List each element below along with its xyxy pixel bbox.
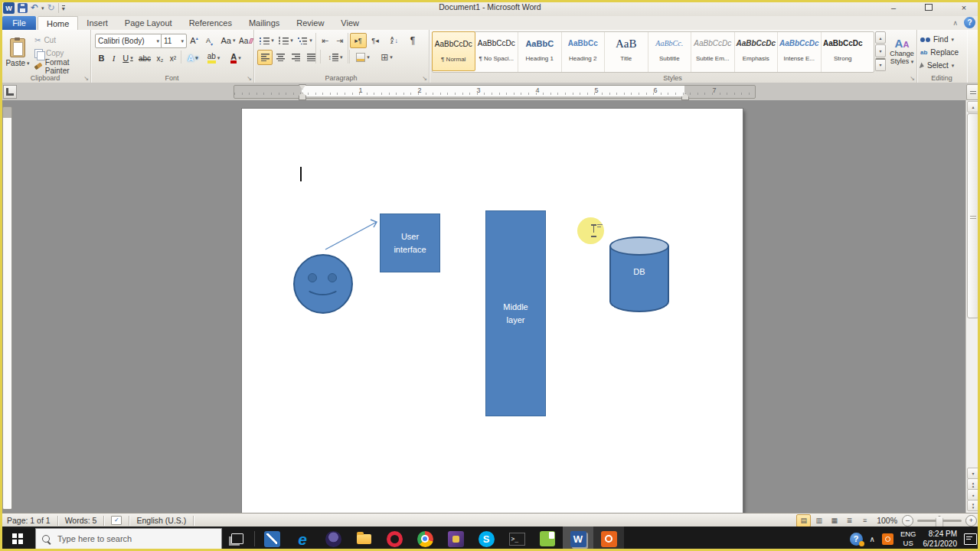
cut-button[interactable]: ✂ Cut (34, 34, 56, 46)
shading-button[interactable]: ▾ (352, 50, 374, 65)
numbering-button[interactable]: ▾ (276, 33, 296, 48)
bullets-button[interactable]: ▾ (257, 33, 276, 48)
text-effects-button[interactable]: A▾ (184, 51, 202, 66)
strikethrough-button[interactable]: abc (136, 51, 153, 66)
zoom-in-button[interactable]: + (965, 515, 977, 527)
minimize-button[interactable]: – (884, 2, 903, 13)
start-button[interactable] (0, 527, 35, 551)
user-interface-shape[interactable]: User interface (380, 214, 440, 272)
tray-clock[interactable]: 8:24 PM6/21/2020 (923, 529, 958, 549)
style-normal[interactable]: AaBbCcDc¶ Normal (432, 31, 475, 71)
tray-help-icon[interactable]: ? (850, 533, 863, 546)
style-no-spacing[interactable]: AaBbCcDc¶ No Spaci... (475, 32, 519, 72)
search-input[interactable] (56, 533, 204, 544)
collapse-ribbon-icon[interactable]: ∧ (952, 19, 958, 27)
next-page-button[interactable]: ▾▾ (967, 500, 979, 511)
smiley-face-shape[interactable] (293, 254, 353, 314)
outline-view-button[interactable]: ≣ (842, 514, 857, 527)
change-case-button[interactable]: Aa▾ (218, 33, 238, 48)
paste-button[interactable]: Paste▾ (2, 32, 33, 73)
select-button[interactable]: Select ▾ (920, 60, 954, 71)
subscript-button[interactable]: x₂ (153, 51, 167, 66)
left-to-right-button[interactable]: ▸¶ (350, 33, 367, 48)
line-spacing-button[interactable]: ↕▾ (323, 50, 348, 65)
taskbar-item-edge[interactable]: e (287, 527, 318, 551)
style-intense-emphasis[interactable]: AaBbCcDcIntense E... (778, 32, 822, 72)
zoom-slider-thumb[interactable] (936, 516, 944, 527)
align-right-button[interactable] (288, 50, 303, 65)
style-heading-1[interactable]: AaBbCHeading 1 (518, 32, 562, 72)
tab-view[interactable]: View (332, 16, 368, 30)
superscript-button[interactable]: x² (166, 51, 180, 66)
font-color-button[interactable]: A▾ (225, 51, 247, 66)
middle-layer-shape[interactable]: Middle layer (485, 210, 546, 416)
taskbar-item-notepad[interactable] (532, 527, 563, 551)
font-size-combo[interactable]: 11▾ (161, 34, 187, 48)
tab-page-layout[interactable]: Page Layout (116, 16, 181, 30)
taskbar-item-terminal[interactable]: >_ (501, 527, 532, 551)
style-subtle-emphasis[interactable]: AaBbCcDcSubtle Em... (691, 32, 735, 72)
replace-button[interactable]: ab Replace (920, 47, 959, 58)
tab-review[interactable]: Review (288, 16, 332, 30)
taskbar-item-eclipse[interactable] (318, 527, 348, 551)
tab-file[interactable]: File (2, 16, 36, 30)
change-styles-button[interactable]: AA ChangeStyles ▾ (888, 31, 916, 73)
view-ruler-toggle-button[interactable] (966, 84, 979, 100)
style-subtitle[interactable]: AaBbCc.Subtitle (648, 32, 692, 72)
tab-stop-selector[interactable] (3, 85, 17, 99)
word-count-status[interactable]: Words: 5 (58, 514, 104, 527)
taskbar-item-drawing-tool[interactable] (256, 527, 287, 551)
zoom-out-button[interactable]: – (902, 515, 913, 527)
taskbar-item-screen-recorder[interactable] (593, 527, 624, 551)
find-button[interactable]: Find ▾ (920, 34, 954, 45)
restore-button[interactable] (919, 2, 939, 13)
web-layout-view-button[interactable]: ▦ (827, 514, 841, 527)
grow-font-button[interactable]: A▴ (187, 33, 201, 48)
multilevel-list-button[interactable]: ▾ (296, 33, 315, 48)
scroll-down-button[interactable]: ▾ (967, 468, 979, 479)
task-view-button[interactable] (222, 527, 253, 551)
taskbar-item-word[interactable]: W (563, 527, 593, 551)
connector-arrow[interactable] (320, 217, 383, 255)
font-family-combo[interactable]: Calibri (Body)▾ (95, 34, 162, 48)
text-highlight-button[interactable]: ab▾ (203, 51, 224, 66)
tray-recorder-icon[interactable] (882, 533, 893, 545)
styles-scroll-down-button[interactable]: ▾ (875, 44, 886, 57)
decrease-indent-button[interactable]: ⇤ (318, 33, 332, 48)
borders-button[interactable]: ⊞▾ (375, 50, 398, 65)
styles-scroll-up-button[interactable]: ▴ (875, 31, 886, 44)
justify-button[interactable] (303, 50, 318, 65)
clipboard-dialog-launcher-icon[interactable]: ↘ (83, 75, 89, 82)
align-left-button[interactable] (257, 50, 273, 65)
scroll-up-button[interactable]: ▴ (967, 101, 979, 112)
full-screen-reading-view-button[interactable]: ▥ (812, 514, 826, 527)
close-button[interactable]: × (954, 2, 974, 13)
taskbar-item-game[interactable] (440, 527, 471, 551)
zoom-level-label[interactable]: 100% (877, 516, 897, 525)
taskbar-item-opera[interactable] (379, 527, 410, 551)
sort-button[interactable]: AZ ↓ (385, 33, 403, 48)
taskbar-item-file-explorer[interactable] (348, 527, 379, 551)
tab-home[interactable]: Home (38, 16, 78, 30)
styles-more-button[interactable]: ▾ (875, 58, 886, 71)
font-dialog-launcher-icon[interactable]: ↘ (247, 75, 252, 82)
style-emphasis[interactable]: AaBbCcDcEmphasis (735, 32, 779, 72)
style-heading-2[interactable]: AaBbCcHeading 2 (562, 32, 606, 72)
tab-references[interactable]: References (181, 16, 240, 30)
tray-language-indicator[interactable]: ENGUS (900, 530, 916, 548)
select-browse-object-button[interactable]: ● (967, 489, 979, 500)
italic-button[interactable]: I (108, 51, 119, 66)
bold-button[interactable]: B (95, 51, 108, 66)
zoom-slider-track[interactable] (917, 520, 962, 522)
style-title[interactable]: AaBTitle (605, 32, 648, 72)
align-center-button[interactable] (273, 50, 288, 65)
right-to-left-button[interactable]: ¶◂ (367, 33, 384, 48)
help-icon[interactable]: ? (964, 17, 975, 28)
tab-mailings[interactable]: Mailings (240, 16, 288, 30)
scrollbar-thumb[interactable] (967, 113, 979, 318)
database-shape[interactable]: DB (609, 236, 669, 312)
vertical-ruler[interactable] (2, 106, 12, 510)
underline-button[interactable]: U▾ (119, 51, 136, 66)
shrink-font-button[interactable]: A▾ (202, 33, 217, 48)
tab-insert[interactable]: Insert (78, 16, 116, 30)
